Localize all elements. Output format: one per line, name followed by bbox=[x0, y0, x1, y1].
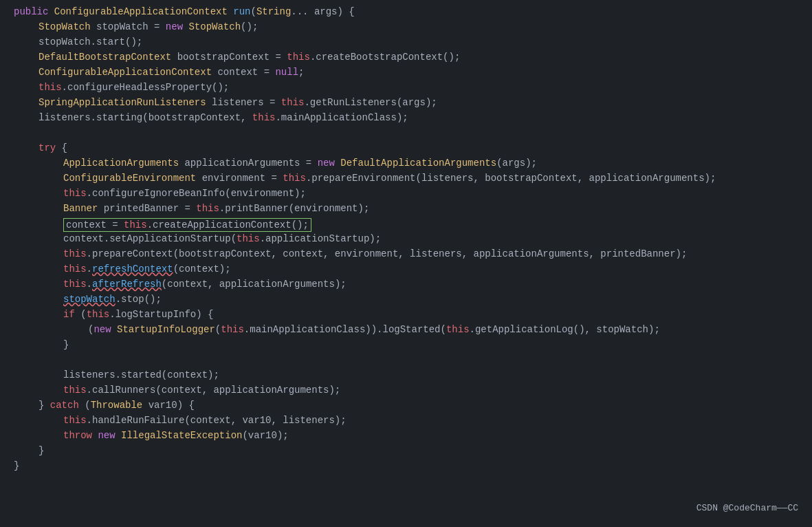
code-line: ConfigurableApplicationContext context =… bbox=[0, 66, 812, 81]
code-line: DefaultBootstrapContext bootstrapContext… bbox=[0, 51, 812, 66]
code-line: try { bbox=[0, 142, 812, 157]
code-content: public ConfigurableApplicationContext ru… bbox=[0, 6, 812, 475]
code-line: stopWatch.start(); bbox=[0, 36, 812, 51]
code-line: ApplicationArguments applicationArgument… bbox=[0, 157, 812, 172]
code-line: stopWatch.stop(); bbox=[0, 293, 812, 308]
code-line: this.configureHeadlessProperty(); bbox=[0, 81, 812, 96]
code-line: this.prepareContext(bootstrapContext, co… bbox=[0, 248, 812, 263]
code-line: } bbox=[0, 338, 812, 354]
code-line: this.callRunners(context, applicationArg… bbox=[0, 384, 812, 399]
code-line: if (this.logStartupInfo) { bbox=[0, 308, 812, 323]
code-line bbox=[0, 354, 812, 369]
code-line: SpringApplicationRunListeners listeners … bbox=[0, 96, 812, 111]
code-line: } catch (Throwable var10) { bbox=[0, 399, 812, 414]
code-editor: public ConfigurableApplicationContext ru… bbox=[0, 0, 812, 527]
code-line: } bbox=[0, 444, 812, 460]
code-line bbox=[0, 127, 812, 142]
code-line: this.refreshContext(context); bbox=[0, 263, 812, 278]
code-line: throw new IllegalStateException(var10); bbox=[0, 429, 812, 444]
watermark: CSDN @CodeCharm——CC bbox=[696, 503, 798, 513]
code-line: context.setApplicationStartup(this.appli… bbox=[0, 233, 812, 248]
code-line: this.configureIgnoreBeanInfo(environment… bbox=[0, 187, 812, 202]
code-line: StopWatch stopWatch = new StopWatch(); bbox=[0, 21, 812, 36]
code-line: this.handleRunFailure(context, var10, li… bbox=[0, 414, 812, 429]
code-line: } bbox=[0, 460, 812, 475]
code-line: Banner printedBanner = this.printBanner(… bbox=[0, 202, 812, 217]
code-line: this.afterRefresh(context, applicationAr… bbox=[0, 278, 812, 293]
code-line: ConfigurableEnvironment environment = th… bbox=[0, 172, 812, 187]
code-line: public ConfigurableApplicationContext ru… bbox=[0, 6, 812, 21]
code-line: listeners.started(context); bbox=[0, 369, 812, 384]
code-line: listeners.starting(bootstrapContext, thi… bbox=[0, 111, 812, 127]
code-line: (new StartupInfoLogger(this.mainApplicat… bbox=[0, 323, 812, 338]
code-line: context = this.createApplicationContext(… bbox=[0, 217, 812, 233]
